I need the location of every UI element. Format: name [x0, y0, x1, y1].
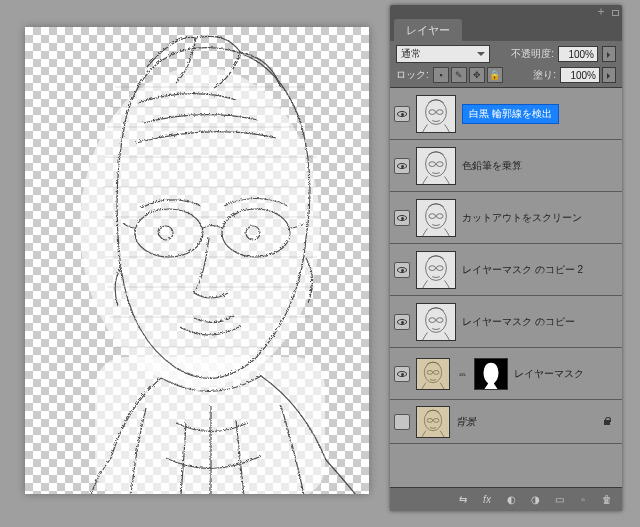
layers-panel: レイヤー 通常 不透明度: 100% ロック: ▪ ✎ ✥ 🔒 塗り: 100%… [390, 5, 622, 511]
layers-list[interactable]: 白黒 輪郭線を検出色鉛筆を乗算カットアウトをスクリーンレイヤーマスク のコピー … [390, 87, 622, 487]
panel-menu-icon[interactable] [610, 7, 620, 17]
canvas-area[interactable] [25, 27, 369, 494]
eye-icon [397, 371, 407, 377]
layer-name-label[interactable]: 背景 [456, 415, 476, 429]
layer-name-label[interactable]: レイヤーマスク のコピー 2 [462, 263, 583, 277]
layer-row[interactable]: 背景 [390, 400, 622, 444]
panel-options: 通常 不透明度: 100% ロック: ▪ ✎ ✥ 🔒 塗り: 100% [390, 41, 622, 87]
fx-icon[interactable]: fx [480, 493, 494, 507]
layer-name-label[interactable]: カットアウトをスクリーン [462, 211, 582, 225]
eye-icon [397, 215, 407, 221]
opacity-flyout-button[interactable] [602, 46, 616, 62]
layer-row[interactable]: 色鉛筆を乗算 [390, 140, 622, 192]
lock-icon [602, 417, 612, 427]
group-icon[interactable]: ▭ [552, 493, 566, 507]
visibility-toggle[interactable] [394, 158, 410, 174]
fill-input[interactable]: 100% [560, 67, 600, 83]
opacity-label: 不透明度: [511, 47, 554, 61]
adjustment-icon[interactable]: ◑ [528, 493, 542, 507]
eye-icon [397, 319, 407, 325]
layer-row[interactable]: レイヤーマスク のコピー [390, 296, 622, 348]
lock-pixels-button[interactable]: ✎ [451, 67, 467, 83]
layer-thumbnail[interactable] [416, 147, 456, 185]
visibility-toggle[interactable] [394, 314, 410, 330]
panel-header[interactable] [390, 5, 622, 19]
svg-rect-22 [417, 304, 455, 340]
panel-footer: ⇆ fx ◐ ◑ ▭ ▫ 🗑 [390, 487, 622, 511]
eye-icon [397, 163, 407, 169]
fill-flyout-button[interactable] [602, 67, 616, 83]
layer-name-label[interactable]: 色鉛筆を乗算 [462, 159, 522, 173]
document-image [25, 27, 369, 494]
eye-icon [397, 111, 407, 117]
mask-icon[interactable]: ◐ [504, 493, 518, 507]
layer-row[interactable]: 白黒 輪郭線を検出 [390, 88, 622, 140]
layer-thumbnail[interactable] [416, 303, 456, 341]
layer-name-label[interactable]: 白黒 輪郭線を検出 [462, 104, 559, 124]
layer-thumbnail[interactable] [416, 406, 450, 438]
lock-position-button[interactable]: ✥ [469, 67, 485, 83]
tab-layers[interactable]: レイヤー [394, 19, 462, 41]
svg-rect-6 [417, 96, 455, 132]
tab-bar: レイヤー [390, 19, 622, 41]
svg-rect-10 [417, 148, 455, 184]
layer-thumbnail[interactable] [416, 251, 456, 289]
layer-thumbnail[interactable] [416, 358, 450, 390]
visibility-toggle[interactable] [394, 210, 410, 226]
trash-icon[interactable]: 🗑 [600, 493, 614, 507]
eye-icon [397, 267, 407, 273]
svg-rect-18 [417, 252, 455, 288]
new-layer-icon[interactable]: ▫ [576, 493, 590, 507]
visibility-toggle[interactable] [394, 106, 410, 122]
opacity-input[interactable]: 100% [558, 46, 598, 62]
svg-rect-14 [417, 200, 455, 236]
lock-transparency-button[interactable]: ▪ [433, 67, 449, 83]
layer-name-label[interactable]: レイヤーマスク [514, 367, 584, 381]
lock-label: ロック: [396, 68, 429, 82]
fill-label: 塗り: [533, 68, 556, 82]
layer-row[interactable]: カットアウトをスクリーン [390, 192, 622, 244]
layer-name-label[interactable]: レイヤーマスク のコピー [462, 315, 575, 329]
collapse-icon[interactable] [596, 7, 606, 17]
layer-thumbnail[interactable] [416, 199, 456, 237]
visibility-toggle[interactable] [394, 414, 410, 430]
visibility-toggle[interactable] [394, 366, 410, 382]
layer-row[interactable]: ⎓レイヤーマスク [390, 348, 622, 400]
link-layers-icon[interactable]: ⇆ [456, 493, 470, 507]
lock-all-button[interactable]: 🔒 [487, 67, 503, 83]
blend-mode-select[interactable]: 通常 [396, 45, 490, 63]
visibility-toggle[interactable] [394, 262, 410, 278]
mask-thumbnail[interactable] [474, 358, 508, 390]
layer-row[interactable]: レイヤーマスク のコピー 2 [390, 244, 622, 296]
mask-link-icon[interactable]: ⎓ [456, 368, 468, 380]
svg-rect-26 [417, 359, 449, 389]
layer-thumbnail[interactable] [416, 95, 456, 133]
svg-rect-31 [417, 407, 449, 437]
